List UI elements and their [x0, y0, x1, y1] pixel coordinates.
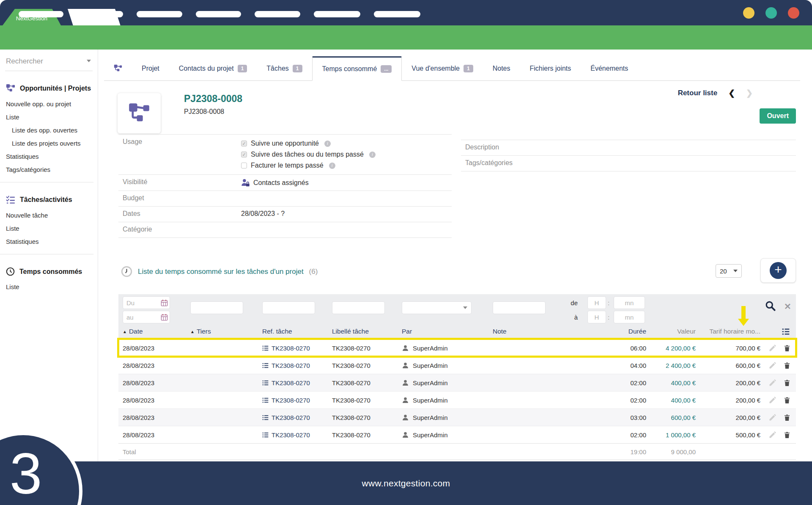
table-row[interactable]: 28/08/2023 TK2308-0270 TK2308-0270 Super… [118, 408, 796, 426]
edit-icon[interactable] [768, 430, 777, 439]
sidebar-item-projects-tags[interactable]: Tags/catégories [0, 163, 98, 176]
sidebar-item-open-opps[interactable]: Liste des opp. ouvertes [0, 124, 98, 137]
sidebar-item-open-projects[interactable]: Liste des projets ouverts [0, 137, 98, 150]
page-size-select[interactable]: 20 [716, 264, 742, 278]
col-date[interactable]: ▲Date [118, 328, 190, 335]
tab-notes[interactable]: Notes [483, 56, 520, 80]
info-icon[interactable]: i [369, 152, 376, 158]
table-row[interactable]: 28/08/2023 TK2308-0270 TK2308-0270 Super… [118, 339, 796, 356]
sidebar-item-projects-list[interactable]: Liste [0, 110, 98, 124]
checkbox-unchecked[interactable] [241, 163, 247, 168]
search-icon[interactable] [765, 300, 776, 313]
edit-icon[interactable] [768, 396, 777, 404]
menu-pill-1[interactable] [19, 11, 63, 17]
delete-icon[interactable] [783, 431, 791, 439]
filter-task-label-input[interactable] [332, 301, 385, 314]
filter-min-to-input[interactable] [614, 311, 645, 323]
edit-icon[interactable] [768, 413, 777, 422]
col-ref-tache[interactable]: Ref. tâche [262, 328, 332, 335]
sidebar-search-input[interactable] [6, 57, 92, 66]
project-ref-title[interactable]: PJ2308-0008 [184, 93, 242, 105]
menu-pill-6[interactable] [314, 11, 360, 17]
edit-icon[interactable] [768, 361, 777, 370]
add-time-button[interactable]: + [760, 258, 796, 283]
tab-contacts[interactable]: Contacts du projet1 [169, 56, 257, 80]
delete-icon[interactable] [783, 414, 791, 422]
cell-value-link[interactable]: 400,00 € [646, 379, 696, 386]
table-row[interactable]: 28/08/2023 TK2308-0270 TK2308-0270 Super… [118, 426, 796, 443]
task-ref-link[interactable]: TK2308-0270 [262, 362, 332, 369]
window-dot-maximize[interactable] [765, 7, 777, 19]
calendar-icon[interactable] [161, 299, 168, 306]
tab-temps-consomme[interactable]: Temps consommé... [312, 56, 402, 81]
cell-user[interactable]: SuperAdmin [402, 379, 493, 386]
tab-taches[interactable]: Tâches1 [257, 56, 312, 80]
edit-icon[interactable] [768, 344, 777, 352]
sidebar-item-time-list[interactable]: Liste [0, 280, 98, 293]
chevron-down-icon[interactable] [87, 60, 91, 62]
column-settings-icon[interactable] [760, 327, 796, 336]
menu-pill-4[interactable] [196, 11, 241, 17]
col-tiers[interactable]: ▲Tiers [190, 328, 262, 335]
filter-hour-from-input[interactable] [587, 296, 606, 309]
sidebar-item-tasks-list[interactable]: Liste [0, 222, 98, 235]
tab-vue-ensemble[interactable]: Vue d'ensemble1 [402, 56, 483, 80]
cell-value-link[interactable]: 600,00 € [646, 414, 696, 421]
col-note[interactable]: Note [493, 328, 595, 335]
sidebar-item-new-opp[interactable]: Nouvelle opp. ou projet [0, 97, 98, 110]
window-dot-minimize[interactable] [743, 7, 754, 19]
sidebar-item-new-task[interactable]: Nouvelle tâche [0, 209, 98, 222]
cell-user[interactable]: SuperAdmin [402, 362, 493, 369]
col-par[interactable]: Par [402, 328, 493, 335]
delete-icon[interactable] [783, 379, 791, 387]
cell-user[interactable]: SuperAdmin [402, 431, 493, 439]
col-valeur[interactable]: Valeur [646, 328, 696, 335]
checkbox-checked[interactable]: ✓ [241, 152, 247, 157]
info-icon[interactable]: i [324, 141, 331, 147]
task-ref-link[interactable]: TK2308-0270 [262, 345, 332, 352]
sidebar-item-tasks-stats[interactable]: Statistiques [0, 235, 98, 248]
table-row[interactable]: 28/08/2023 TK2308-0270 TK2308-0270 Super… [118, 374, 796, 391]
tab-evenements[interactable]: Événements [581, 56, 638, 80]
chevron-left-icon[interactable]: ❮ [728, 88, 735, 98]
filter-hour-to-input[interactable] [587, 311, 606, 323]
tab-fichiers-joints[interactable]: Fichiers joints [520, 56, 581, 80]
sidebar-item-projects-stats[interactable]: Statistiques [0, 150, 98, 163]
menu-pill-7[interactable] [374, 11, 420, 17]
task-ref-link[interactable]: TK2308-0270 [262, 397, 332, 404]
edit-icon[interactable] [768, 378, 777, 387]
menu-pill-5[interactable] [255, 11, 300, 17]
cell-value-link[interactable]: 4 200,00 € [646, 345, 696, 352]
delete-icon[interactable] [783, 344, 791, 352]
delete-icon[interactable] [783, 362, 791, 370]
tab-projet[interactable]: Projet [132, 56, 169, 80]
cell-value-link[interactable]: 1 000,00 € [646, 431, 696, 439]
task-ref-link[interactable]: TK2308-0270 [262, 379, 332, 386]
task-ref-link[interactable]: TK2308-0270 [262, 414, 332, 421]
clear-filters-icon[interactable]: ✕ [784, 302, 791, 311]
info-icon[interactable]: i [329, 163, 335, 169]
cell-user[interactable]: SuperAdmin [402, 345, 493, 352]
task-ref-link[interactable]: TK2308-0270 [262, 431, 332, 439]
table-row[interactable]: 28/08/2023 TK2308-0270 TK2308-0270 Super… [118, 391, 796, 408]
menu-pill-3[interactable] [137, 11, 182, 17]
filter-min-from-input[interactable] [614, 296, 645, 309]
window-dot-close[interactable] [788, 7, 799, 19]
chevron-right-icon[interactable]: ❯ [746, 88, 753, 98]
filter-tiers-input[interactable] [190, 301, 243, 314]
col-libelle-tache[interactable]: Libellé tâche [332, 328, 402, 335]
cell-user[interactable]: SuperAdmin [402, 397, 493, 404]
calendar-icon[interactable] [161, 314, 168, 321]
filter-par-select[interactable] [402, 301, 472, 314]
cell-value-link[interactable]: 400,00 € [646, 397, 696, 404]
col-duree[interactable]: Durée [595, 328, 646, 335]
checkbox-checked[interactable]: ✓ [241, 141, 247, 146]
cell-user[interactable]: SuperAdmin [402, 414, 493, 421]
col-tarif-horaire[interactable]: Tarif horaire mo... [696, 328, 760, 335]
filter-note-input[interactable] [493, 301, 546, 314]
delete-icon[interactable] [783, 396, 791, 404]
menu-pill-2[interactable] [78, 11, 123, 17]
cell-value-link[interactable]: 2 400,00 € [646, 362, 696, 369]
filter-ref-task-input[interactable] [262, 301, 315, 314]
table-row[interactable]: 28/08/2023 TK2308-0270 TK2308-0270 Super… [118, 356, 796, 374]
